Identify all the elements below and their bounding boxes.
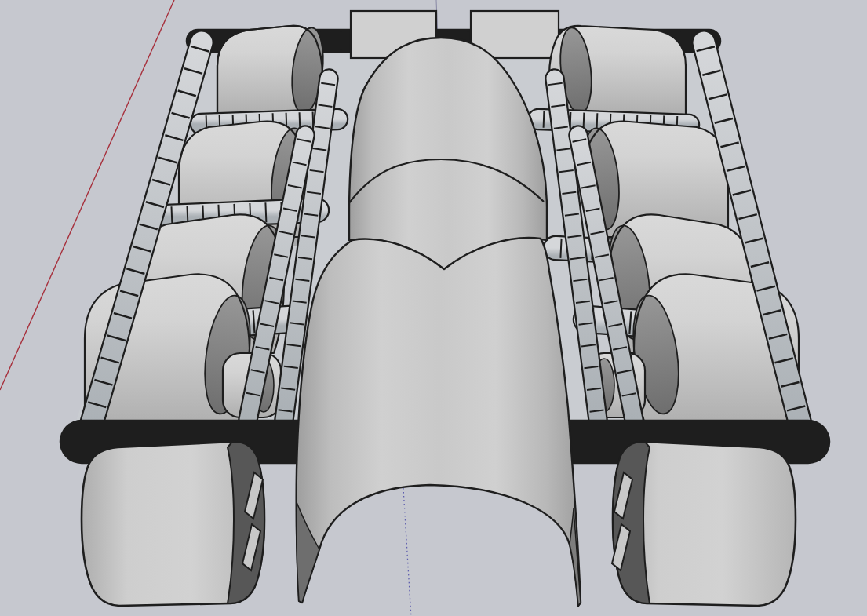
model-scene-svg[interactable] xyxy=(0,0,867,616)
front-right-wheel[interactable] xyxy=(612,442,796,606)
viewport-canvas[interactable] xyxy=(0,0,867,616)
cylinder-row1-left[interactable] xyxy=(217,26,327,116)
cylinder-row1-right[interactable] xyxy=(549,26,686,116)
front-left-wheel[interactable] xyxy=(82,442,264,606)
